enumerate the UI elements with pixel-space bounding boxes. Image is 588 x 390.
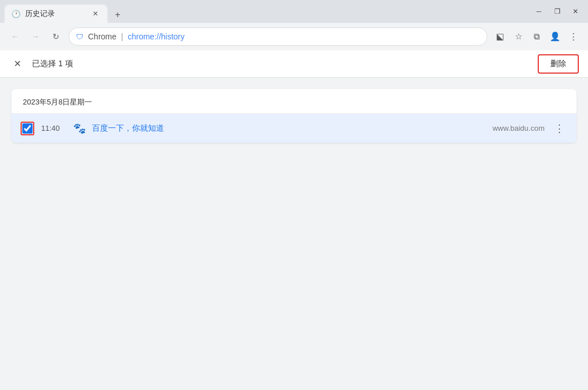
minimize-button[interactable]: ─ [531,3,547,19]
history-card: 2023年5月8日星期一 11:40 🐾 百度一下，你就知道 www.baidu… [11,89,577,143]
history-item-favicon: 🐾 [74,123,85,134]
date-header: 2023年5月8日星期一 [11,89,577,113]
cast-button[interactable]: ⬕ [492,29,508,45]
split-button[interactable]: ⧉ [529,29,545,45]
address-separator: | [121,32,123,41]
selection-bar: ✕ 已选择 1 项 删除 [0,50,588,78]
history-item-title[interactable]: 百度一下，你就知道 [92,123,481,134]
addressbar-row: ← → ↻ 🛡 Chrome | chrome://history ⬕ ☆ ⧉ … [0,23,588,50]
security-icon: 🛡 [76,33,83,41]
profile-button[interactable]: 👤 [547,29,563,45]
tab-close-button[interactable]: ✕ [90,9,101,19]
close-selection-icon: ✕ [14,58,21,69]
history-item: 11:40 🐾 百度一下，你就知道 www.baidu.com ⋮ [11,113,577,143]
selection-count-label: 已选择 1 项 [32,59,538,69]
history-item-menu-button[interactable]: ⋮ [551,120,567,136]
toolbar-icons: ⬕ ☆ ⧉ 👤 ⋮ [492,29,581,45]
reload-button[interactable]: ↻ [48,29,64,45]
history-item-checkbox[interactable] [22,123,33,134]
titlebar: 🕐 历史记录 ✕ + ─ ❐ ✕ [0,0,588,23]
content-area: 2023年5月8日星期一 11:40 🐾 百度一下，你就知道 www.baidu… [0,78,588,390]
window-controls: ─ ❐ ✕ [531,3,583,19]
address-url: chrome://history [127,32,185,41]
new-tab-button[interactable]: + [110,7,126,23]
close-button[interactable]: ✕ [567,3,583,19]
address-bar[interactable]: 🛡 Chrome | chrome://history [69,27,487,46]
tab-strip: 🕐 历史记录 ✕ + [5,0,526,23]
history-item-time: 11:40 [41,124,67,132]
history-item-url: www.baidu.com [493,124,545,132]
restore-button[interactable]: ❐ [549,3,565,19]
active-tab[interactable]: 🕐 历史记录 ✕ [5,5,107,23]
checkbox-wrapper [21,122,34,135]
delete-button[interactable]: 删除 [538,54,579,74]
close-selection-button[interactable]: ✕ [9,56,25,72]
menu-button[interactable]: ⋮ [565,29,581,45]
tab-favicon-icon: 🕐 [11,9,21,18]
forward-button[interactable]: → [27,29,43,45]
tab-title: 历史记录 [25,9,55,19]
back-button[interactable]: ← [7,29,23,45]
bookmark-button[interactable]: ☆ [510,29,526,45]
address-brand: Chrome [88,32,117,41]
